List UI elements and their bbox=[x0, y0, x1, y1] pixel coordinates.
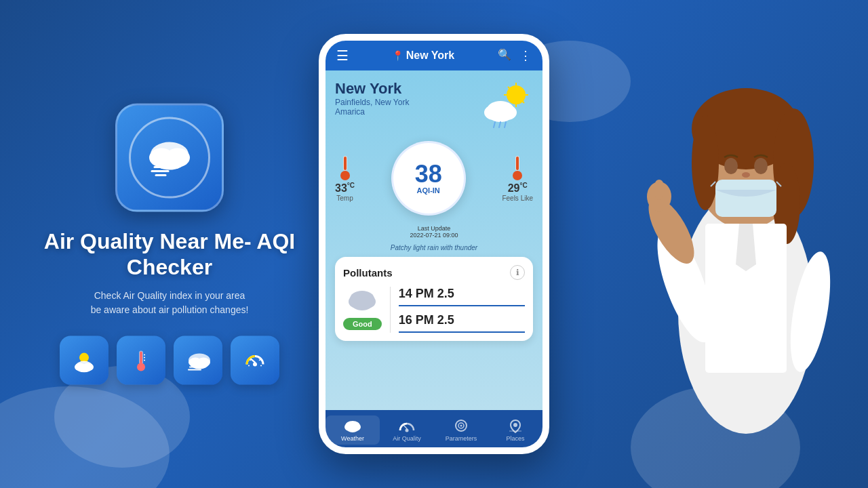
last-update: Last Update 2022-07-21 09:00 bbox=[335, 225, 533, 239]
svg-point-63 bbox=[513, 423, 517, 427]
temp-right-value: 29°C bbox=[508, 182, 528, 195]
svg-point-46 bbox=[340, 171, 350, 180]
nav-params-icon bbox=[452, 418, 470, 433]
app-logo-icon bbox=[142, 138, 197, 178]
nav-places[interactable]: Places bbox=[488, 415, 542, 445]
app-content: New York Painfields, New York Amarica bbox=[326, 70, 542, 410]
temp-left-label: Temp bbox=[336, 195, 353, 202]
aqi-value: 38 bbox=[415, 162, 442, 186]
svg-rect-82 bbox=[655, 180, 663, 200]
weather-btn-icon bbox=[72, 348, 96, 372]
nav-parameters[interactable]: Parameters bbox=[434, 415, 488, 445]
temp-left-display: 33°C Temp bbox=[335, 155, 355, 202]
more-options-icon[interactable]: ⋮ bbox=[519, 48, 532, 63]
wind-icon-btn[interactable] bbox=[174, 336, 222, 384]
nav-places-label: Places bbox=[506, 435, 524, 442]
svg-point-14 bbox=[137, 363, 145, 371]
bottom-nav: Weather Air Quality Parameters bbox=[326, 410, 542, 447]
svg-rect-75 bbox=[715, 180, 776, 217]
nav-aqi-icon bbox=[398, 418, 416, 433]
pollutants-info-icon[interactable]: ℹ bbox=[510, 265, 525, 280]
thermometer-left-icon bbox=[338, 155, 352, 182]
city-name: New York bbox=[335, 80, 409, 98]
svg-line-35 bbox=[508, 87, 511, 89]
temp-right-label: Feels Like bbox=[502, 195, 533, 202]
pollutants-body: Good 14 PM 2.5 16 PM 2.5 bbox=[343, 287, 525, 333]
nav-places-icon bbox=[507, 418, 524, 433]
location-country: Amarica bbox=[335, 107, 409, 117]
weather-icon-svg bbox=[479, 83, 533, 130]
weather-condition: Patchy light rain with thunder bbox=[335, 244, 533, 251]
pollutant-status: Good bbox=[343, 287, 391, 333]
location-pin-icon: 📍 bbox=[392, 50, 403, 61]
svg-point-53 bbox=[351, 297, 373, 310]
weather-icon-btn[interactable] bbox=[60, 336, 108, 384]
svg-rect-45 bbox=[344, 157, 347, 170]
svg-line-36 bbox=[521, 100, 524, 103]
good-badge: Good bbox=[343, 318, 382, 330]
nav-params-label: Parameters bbox=[446, 435, 477, 442]
wind-btn-icon bbox=[186, 348, 210, 372]
feature-icon-grid bbox=[60, 336, 279, 384]
gauge-icon-btn[interactable] bbox=[231, 336, 279, 384]
svg-line-43 bbox=[505, 122, 506, 127]
svg-point-57 bbox=[347, 424, 359, 432]
pm25-value-2: 16 PM 2.5 bbox=[399, 313, 525, 333]
header-city-name: New York bbox=[406, 49, 454, 62]
svg-rect-13 bbox=[140, 351, 142, 363]
svg-line-25 bbox=[251, 359, 255, 362]
nav-aqi-label: Air Quality bbox=[393, 435, 421, 442]
svg-rect-48 bbox=[516, 157, 519, 170]
nav-weather[interactable]: Weather bbox=[326, 415, 380, 445]
header-actions: 🔍 ⋮ bbox=[498, 48, 532, 63]
nav-air-quality[interactable]: Air Quality bbox=[380, 415, 434, 445]
aqi-circle: 38 AQI-IN bbox=[391, 141, 466, 216]
pollutant-values: 14 PM 2.5 16 PM 2.5 bbox=[399, 287, 525, 333]
phone-mockup: ☰ 📍 New York 🔍 ⋮ New York Painfields, Ne… bbox=[319, 34, 549, 454]
app-title: Air Quality Near Me- AQI Checker bbox=[41, 228, 298, 281]
weather-icon-large bbox=[479, 80, 533, 133]
aqi-label: AQI-IN bbox=[417, 186, 440, 195]
pm25-value-1: 14 PM 2.5 bbox=[399, 287, 525, 306]
pollutants-title: Pollutants bbox=[343, 267, 393, 279]
app-subtitle: Check Air Quality index in your areabe a… bbox=[91, 288, 249, 317]
menu-icon[interactable]: ☰ bbox=[336, 47, 349, 64]
app-header: ☰ 📍 New York 🔍 ⋮ bbox=[326, 41, 542, 70]
svg-point-71 bbox=[692, 115, 719, 210]
left-promo-section: Air Quality Near Me- AQI Checker Check A… bbox=[41, 104, 298, 385]
app-icon-box bbox=[115, 104, 224, 212]
temp-right-display: 29°C Feels Like bbox=[502, 155, 533, 202]
gauge-btn-icon bbox=[243, 348, 267, 372]
svg-point-72 bbox=[724, 158, 738, 174]
location-info-row: New York Painfields, New York Amarica bbox=[335, 80, 533, 133]
person-section bbox=[610, 0, 868, 488]
phone-frame: ☰ 📍 New York 🔍 ⋮ New York Painfields, Ne… bbox=[319, 34, 549, 454]
location-text: New York Painfields, New York Amarica bbox=[335, 80, 409, 117]
search-icon[interactable]: 🔍 bbox=[498, 48, 511, 63]
thermometer-btn-icon bbox=[130, 348, 152, 372]
svg-line-42 bbox=[499, 122, 500, 127]
svg-point-40 bbox=[488, 107, 513, 122]
temperature-icon-btn[interactable] bbox=[117, 336, 165, 384]
person-svg bbox=[610, 27, 868, 488]
svg-line-28 bbox=[250, 359, 251, 360]
svg-point-49 bbox=[513, 171, 522, 180]
pollutant-cloud-icon bbox=[345, 287, 379, 312]
aqi-section: 33°C Temp 38 AQI-IN bbox=[335, 141, 533, 216]
temp-left-value: 33°C bbox=[335, 182, 355, 195]
thermometer-right-icon bbox=[511, 155, 524, 182]
nav-weather-icon bbox=[344, 418, 361, 433]
svg-point-62 bbox=[460, 425, 462, 427]
svg-point-7 bbox=[79, 352, 89, 362]
location-area: Painfields, New York bbox=[335, 98, 409, 107]
svg-point-73 bbox=[754, 158, 768, 174]
nav-weather-label: Weather bbox=[341, 435, 364, 442]
app-icon-inner bbox=[129, 117, 210, 199]
svg-point-74 bbox=[742, 172, 750, 178]
header-location: 📍 New York bbox=[392, 49, 454, 62]
svg-point-11 bbox=[77, 364, 92, 372]
svg-line-29 bbox=[259, 359, 260, 360]
svg-point-58 bbox=[406, 429, 409, 432]
pollutants-card: Pollutants ℹ Good bbox=[335, 257, 533, 341]
pollutants-header: Pollutants ℹ bbox=[343, 265, 525, 280]
